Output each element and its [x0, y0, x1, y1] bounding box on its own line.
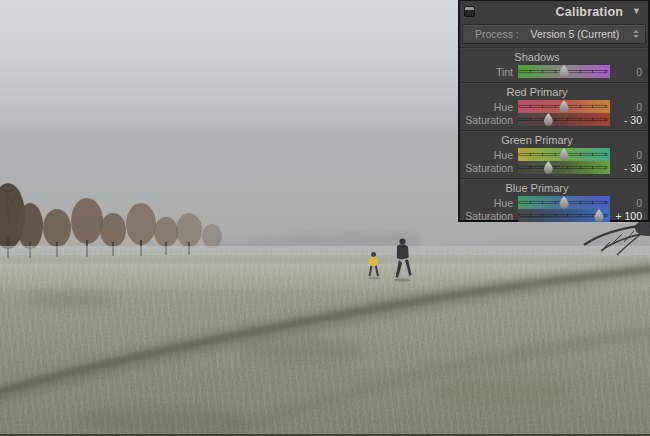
slider-label: Saturation	[463, 114, 518, 126]
slider-track[interactable]	[518, 100, 610, 113]
slider-label: Saturation	[463, 210, 518, 222]
calibration-section: Shadows Tint 0	[460, 47, 648, 82]
slider-thumb[interactable]	[543, 113, 554, 126]
slider-value[interactable]: + 100	[610, 210, 645, 222]
section-rows: Tint 0	[463, 65, 645, 78]
calibration-sections: Shadows Tint 0 Red Primary Hue 0 Saturat…	[460, 47, 648, 226]
section-rows: Hue 0 Saturation - 30	[463, 100, 645, 126]
calibration-section: Red Primary Hue 0 Saturation - 30	[460, 82, 648, 130]
process-label: Process :	[475, 28, 519, 40]
slider-row: Hue 0	[463, 196, 645, 209]
section-rows: Hue 0 Saturation + 100	[463, 196, 645, 222]
section-title: Red Primary	[463, 86, 611, 98]
slider-row: Hue 0	[463, 100, 645, 113]
slider-label: Saturation	[463, 162, 518, 174]
calibration-panel: Calibration ▼ Process : Version 5 (Curre…	[458, 0, 650, 222]
screenshot-root: Calibration ▼ Process : Version 5 (Curre…	[0, 0, 650, 436]
panel-toggle-icon[interactable]	[464, 6, 475, 17]
collapse-triangle-icon[interactable]: ▼	[632, 7, 641, 16]
slider-label: Hue	[463, 149, 518, 161]
slider-value[interactable]: 0	[610, 149, 645, 161]
process-row[interactable]: Process : Version 5 (Current)	[462, 24, 646, 44]
panel-header: Calibration ▼	[460, 1, 648, 22]
slider-label: Tint	[463, 66, 518, 78]
slider-value[interactable]: 0	[610, 101, 645, 113]
slider-track[interactable]	[518, 196, 610, 209]
slider-thumb[interactable]	[559, 100, 570, 113]
slider-thumb[interactable]	[559, 65, 570, 78]
slider-thumb[interactable]	[593, 209, 604, 222]
slider-row: Saturation + 100	[463, 209, 645, 222]
section-title: Green Primary	[463, 134, 611, 146]
section-title: Blue Primary	[463, 182, 611, 194]
slider-row: Saturation - 30	[463, 161, 645, 174]
slider-tick-marks	[518, 166, 608, 169]
popup-menu-icon[interactable]	[631, 30, 641, 38]
calibration-section: Green Primary Hue 0 Saturation - 30	[460, 130, 648, 178]
slider-value[interactable]: 0	[610, 66, 645, 78]
slider-row: Saturation - 30	[463, 113, 645, 126]
slider-thumb[interactable]	[559, 196, 570, 209]
slider-track[interactable]	[518, 65, 610, 78]
slider-thumb[interactable]	[543, 161, 554, 174]
section-title: Shadows	[463, 51, 611, 63]
slider-thumb[interactable]	[559, 148, 570, 161]
slider-value[interactable]: - 30	[610, 114, 645, 126]
slider-label: Hue	[463, 197, 518, 209]
panel-title[interactable]: Calibration	[556, 5, 623, 19]
slider-track[interactable]	[518, 148, 610, 161]
slider-value[interactable]: - 30	[610, 162, 645, 174]
slider-track[interactable]	[518, 113, 610, 126]
slider-track[interactable]	[518, 209, 610, 222]
slider-row: Hue 0	[463, 148, 645, 161]
slider-label: Hue	[463, 101, 518, 113]
slider-tick-marks	[518, 118, 608, 121]
section-rows: Hue 0 Saturation - 30	[463, 148, 645, 174]
calibration-section: Blue Primary Hue 0 Saturation + 100	[460, 178, 648, 226]
process-value[interactable]: Version 5 (Current)	[519, 28, 631, 40]
slider-row: Tint 0	[463, 65, 645, 78]
slider-track[interactable]	[518, 161, 610, 174]
slider-value[interactable]: 0	[610, 197, 645, 209]
